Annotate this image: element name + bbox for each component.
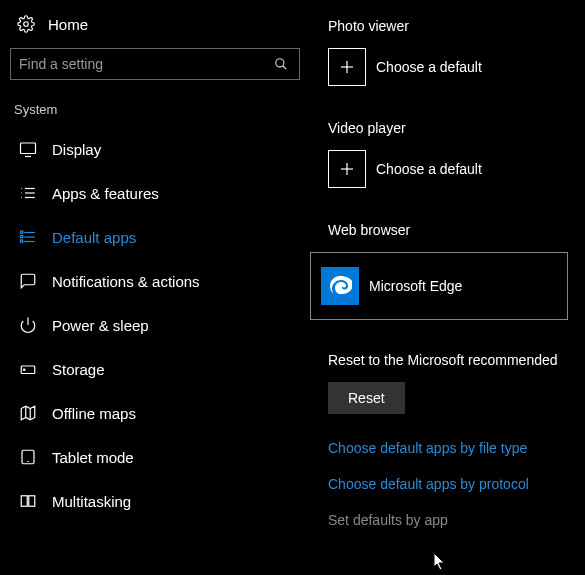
sidebar-item-label: Storage xyxy=(52,361,105,378)
display-icon xyxy=(18,139,38,159)
svg-point-0 xyxy=(24,22,29,27)
link-by-app[interactable]: Set defaults by app xyxy=(328,512,585,528)
web-browser-title: Web browser xyxy=(328,222,585,238)
sidebar-item-notifications[interactable]: Notifications & actions xyxy=(10,259,300,303)
svg-rect-16 xyxy=(21,240,23,242)
choose-default-label: Choose a default xyxy=(376,161,482,177)
search-input[interactable] xyxy=(10,48,300,80)
link-by-file-type[interactable]: Choose default apps by file type xyxy=(328,440,585,456)
list-icon xyxy=(18,183,38,203)
svg-rect-26 xyxy=(29,496,35,507)
home-label: Home xyxy=(48,16,88,33)
svg-rect-3 xyxy=(21,143,36,154)
tablet-icon xyxy=(18,447,38,467)
search-icon xyxy=(271,54,291,74)
link-by-protocol[interactable]: Choose default apps by protocol xyxy=(328,476,585,492)
sidebar-item-multitasking[interactable]: Multitasking xyxy=(10,479,300,523)
sidebar-item-label: Tablet mode xyxy=(52,449,134,466)
sidebar-item-label: Multitasking xyxy=(52,493,131,510)
sidebar-item-default-apps[interactable]: Default apps xyxy=(10,215,300,259)
web-browser-app-label: Microsoft Edge xyxy=(369,278,462,294)
section-label: System xyxy=(10,102,300,117)
sidebar-item-label: Display xyxy=(52,141,101,158)
svg-marker-20 xyxy=(21,406,35,420)
svg-rect-25 xyxy=(21,496,27,507)
sidebar-item-storage[interactable]: Storage xyxy=(10,347,300,391)
sidebar-item-tablet-mode[interactable]: Tablet mode xyxy=(10,435,300,479)
home-button[interactable]: Home xyxy=(10,10,300,48)
svg-rect-14 xyxy=(21,231,23,233)
reset-description: Reset to the Microsoft recommended xyxy=(328,352,585,368)
edge-icon xyxy=(321,267,359,305)
multitasking-icon xyxy=(18,491,38,511)
default-apps-icon xyxy=(18,227,38,247)
sidebar-item-power-sleep[interactable]: Power & sleep xyxy=(10,303,300,347)
notifications-icon xyxy=(18,271,38,291)
power-icon xyxy=(18,315,38,335)
svg-point-19 xyxy=(24,369,26,371)
photo-viewer-choose[interactable]: Choose a default xyxy=(328,48,585,86)
photo-viewer-title: Photo viewer xyxy=(328,18,585,34)
maps-icon xyxy=(18,403,38,423)
storage-icon xyxy=(18,359,38,379)
choose-default-label: Choose a default xyxy=(376,59,482,75)
search-field[interactable] xyxy=(19,56,271,72)
svg-point-1 xyxy=(276,59,284,67)
sidebar-item-label: Default apps xyxy=(52,229,136,246)
svg-line-2 xyxy=(283,66,287,70)
reset-button[interactable]: Reset xyxy=(328,382,405,414)
gear-icon xyxy=(16,14,36,34)
sidebar-item-label: Offline maps xyxy=(52,405,136,422)
sidebar-item-apps-features[interactable]: Apps & features xyxy=(10,171,300,215)
plus-icon xyxy=(328,150,366,188)
video-player-title: Video player xyxy=(328,120,585,136)
svg-rect-15 xyxy=(21,236,23,238)
sidebar-item-label: Power & sleep xyxy=(52,317,149,334)
plus-icon xyxy=(328,48,366,86)
content-pane: Photo viewer Choose a default Video play… xyxy=(310,0,585,575)
web-browser-choose[interactable]: Microsoft Edge xyxy=(310,252,568,320)
sidebar: Home System Display Apps & features xyxy=(0,0,310,575)
sidebar-item-label: Notifications & actions xyxy=(52,273,200,290)
sidebar-item-label: Apps & features xyxy=(52,185,159,202)
sidebar-item-display[interactable]: Display xyxy=(10,127,300,171)
video-player-choose[interactable]: Choose a default xyxy=(328,150,585,188)
sidebar-item-offline-maps[interactable]: Offline maps xyxy=(10,391,300,435)
